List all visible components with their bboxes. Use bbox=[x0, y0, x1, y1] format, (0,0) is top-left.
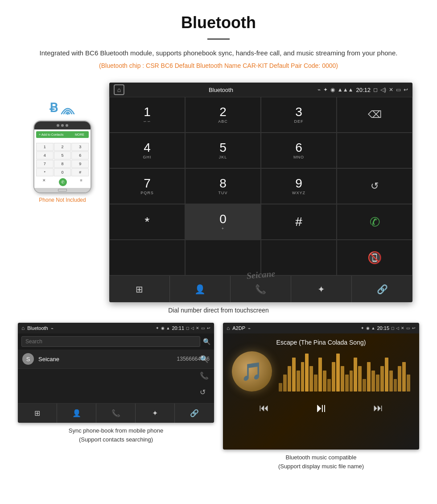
dial-key-0[interactable]: 0 + bbox=[185, 204, 261, 240]
phone-key-9[interactable]: 9 bbox=[71, 160, 89, 168]
close-icon[interactable]: ✕ bbox=[389, 87, 393, 93]
music-bar bbox=[394, 379, 397, 392]
pb-search-input[interactable] bbox=[21, 336, 200, 347]
music-bar bbox=[332, 362, 335, 392]
pb-status-bar: ⌂ Bluetooth ⌁ ✦ ◉ ▲ 20:11 ◻ ◁ ✕ ▭ ↩ bbox=[18, 323, 214, 333]
music-bar bbox=[354, 358, 357, 392]
signal-arcs-icon bbox=[60, 101, 76, 115]
pb-contact-row[interactable]: S Seicane 13566664466 bbox=[18, 350, 214, 369]
music-usb-icon: ⌁ bbox=[248, 326, 251, 331]
toolbar-link-btn[interactable]: 🔗 bbox=[352, 276, 412, 302]
pb-contact-name: Seicane bbox=[38, 356, 177, 362]
bluetooth-icon: Ƀ bbox=[49, 100, 58, 115]
phone-key-3[interactable]: 3 bbox=[71, 143, 89, 151]
dial-key-hash[interactable]: # bbox=[261, 204, 337, 240]
phone-key-4[interactable]: 4 bbox=[36, 151, 54, 159]
phone-key-1[interactable]: 1 bbox=[36, 143, 54, 151]
music-note-icon: 🎵 bbox=[241, 361, 263, 382]
dial-key-9[interactable]: 9 WXYZ bbox=[261, 168, 337, 204]
phone-key-star[interactable]: * bbox=[36, 168, 54, 176]
music-home-icon[interactable]: ⌂ bbox=[227, 325, 230, 331]
phone-top-bar bbox=[34, 121, 91, 129]
pb-side-call-icon[interactable]: 📞 bbox=[198, 370, 210, 382]
music-bar bbox=[345, 375, 349, 392]
phone-key-8[interactable]: 8 bbox=[54, 160, 71, 168]
music-close-icon[interactable]: ✕ bbox=[401, 326, 404, 330]
music-bar bbox=[376, 375, 379, 392]
phone-key-hash[interactable]: # bbox=[71, 168, 89, 176]
dial-key-5[interactable]: 5 JKL bbox=[185, 133, 261, 168]
music-bar bbox=[385, 358, 388, 392]
phone-not-included: Phone Not Included bbox=[39, 197, 86, 203]
music-bar bbox=[402, 362, 406, 392]
pb-close-icon[interactable]: ✕ bbox=[196, 326, 199, 330]
phone-key-0[interactable]: 0 bbox=[54, 168, 71, 176]
phone-keypad: 1 2 3 4 5 6 7 8 9 * 0 # bbox=[36, 143, 89, 176]
dial-key-star[interactable]: * bbox=[109, 204, 185, 240]
pb-tb-keypad[interactable]: ⊞ bbox=[18, 404, 57, 423]
wifi-arcs bbox=[60, 101, 76, 115]
phone-call-button[interactable]: ✆ bbox=[59, 178, 67, 186]
pb-tb-link[interactable]: 🔗 bbox=[175, 404, 214, 423]
phone-add-contacts-bar: + Add to Contacts MORE bbox=[36, 131, 89, 138]
dial-key-2[interactable]: 2 ABC bbox=[185, 97, 261, 133]
skip-next-icon[interactable]: ⏭ bbox=[373, 402, 383, 414]
pb-tb-phone[interactable]: 📞 bbox=[96, 404, 136, 423]
pb-bt-icon: ✦ bbox=[156, 326, 159, 330]
dial-cell-callgreen[interactable]: ✆ bbox=[337, 204, 412, 240]
page-specs: (Bluetooth chip : CSR BC6 Default Blueto… bbox=[27, 62, 410, 69]
music-bar bbox=[380, 366, 384, 392]
toolbar-contacts-btn[interactable]: 👤 bbox=[170, 276, 231, 302]
toolbar-phone-btn[interactable]: 📞 bbox=[231, 276, 291, 302]
bluetooth-status-icon: ✦ bbox=[323, 87, 328, 93]
dial-key-3[interactable]: 3 DEF bbox=[261, 97, 337, 133]
dial-cell-refresh[interactable]: ↺ bbox=[337, 168, 412, 204]
pb-sb-right: ✦ ◉ ▲ 20:11 ◻ ◁ ✕ ▭ ↩ bbox=[156, 325, 210, 331]
music-status-bar: ⌂ A2DP ⌁ ✦ ◉ ▲ 20:15 ◻ ◁ ✕ ▭ ↩ bbox=[223, 323, 419, 333]
music-back-icon[interactable]: ↩ bbox=[412, 326, 416, 330]
music-bar bbox=[350, 371, 353, 392]
bottom-left-wrap: ⌂ Bluetooth ⌁ ✦ ◉ ▲ 20:11 ◻ ◁ ✕ ▭ ↩ bbox=[18, 323, 214, 471]
dial-key-8[interactable]: 8 TUV bbox=[185, 168, 261, 204]
dial-key-1[interactable]: 1 ∽∽ bbox=[109, 97, 185, 133]
music-bar bbox=[363, 379, 366, 392]
pb-tb-contacts[interactable]: 👤 bbox=[57, 404, 96, 423]
dial-key-6[interactable]: 6 MNO bbox=[261, 133, 337, 168]
music-time: 20:15 bbox=[377, 325, 389, 331]
main-status-bar: ⌂ Bluetooth ⌁ ✦ ◉ ▲▲▲ 20:12 ◻ ◁) ✕ ▭ ↩ bbox=[109, 83, 412, 97]
music-bar bbox=[318, 358, 322, 392]
pb-back-icon[interactable]: ↩ bbox=[207, 326, 210, 330]
pb-usb-icon: ⌁ bbox=[51, 326, 54, 331]
signal-icon: ▲▲▲ bbox=[338, 87, 354, 93]
pb-search-icon[interactable]: 🔍 bbox=[203, 338, 210, 345]
pb-home-icon[interactable]: ⌂ bbox=[21, 325, 25, 331]
pb-tb-bt[interactable]: ✦ bbox=[136, 404, 175, 423]
music-sb-right: ✦ ◉ ▲ 20:15 ◻ ◁ ✕ ▭ ↩ bbox=[361, 325, 416, 331]
main-car-screen: ⌂ Bluetooth ⌁ ✦ ◉ ▲▲▲ 20:12 ◻ ◁) ✕ ▭ ↩ bbox=[109, 83, 412, 302]
dial-key-7[interactable]: 7 PQRS bbox=[109, 168, 185, 204]
back-icon[interactable]: ↩ bbox=[404, 87, 408, 93]
home-button[interactable]: ⌂ bbox=[114, 84, 124, 95]
phone-key-6[interactable]: 6 bbox=[71, 151, 89, 159]
pb-loc-icon: ◉ bbox=[161, 326, 165, 330]
dial-r5-empty-1 bbox=[185, 240, 261, 275]
phone-bottom-row: ✕ ✆ ≡ bbox=[36, 178, 89, 186]
toolbar-bluetooth-btn[interactable]: ✦ bbox=[291, 276, 352, 302]
status-bar-title: Bluetooth bbox=[209, 87, 233, 93]
music-bar bbox=[283, 375, 287, 392]
music-bar bbox=[297, 371, 300, 392]
play-pause-icon[interactable]: ⏯ bbox=[315, 400, 327, 415]
dial-cell-backspace[interactable]: ⌫ bbox=[337, 97, 412, 133]
toolbar-keypad-btn[interactable]: ⊞ bbox=[109, 276, 170, 302]
skip-prev-icon[interactable]: ⏮ bbox=[259, 402, 269, 414]
pb-side-refresh-icon[interactable]: ↺ bbox=[198, 386, 210, 398]
music-bar bbox=[389, 371, 393, 392]
phone-home-bar bbox=[34, 188, 91, 192]
pb-side-search-icon[interactable]: 🔍 bbox=[198, 353, 210, 365]
phone-key-2[interactable]: 2 bbox=[54, 143, 71, 151]
phone-key-7[interactable]: 7 bbox=[36, 160, 54, 168]
music-bar bbox=[309, 366, 313, 392]
dial-call-red[interactable]: 📵 bbox=[337, 240, 412, 275]
dial-key-4[interactable]: 4 GHI bbox=[109, 133, 185, 168]
phone-key-5[interactable]: 5 bbox=[54, 151, 71, 159]
